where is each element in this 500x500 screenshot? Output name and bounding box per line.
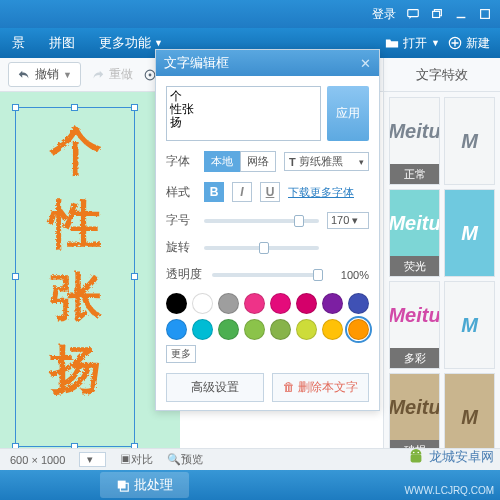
effect-thumbnail[interactable]: M <box>444 281 495 369</box>
color-swatch[interactable] <box>296 293 317 314</box>
effect-caption: 正常 <box>390 164 439 184</box>
open-button[interactable]: 打开▼ <box>385 35 440 52</box>
color-swatch[interactable] <box>166 293 187 314</box>
color-swatch[interactable] <box>296 319 317 340</box>
font-source-toggle[interactable]: 本地 网络 <box>204 151 276 172</box>
color-swatch[interactable] <box>166 319 187 340</box>
italic-button[interactable]: I <box>232 182 252 202</box>
watermark: 龙城安卓网 <box>407 448 494 466</box>
svg-rect-0 <box>408 10 419 17</box>
rotate-slider[interactable] <box>204 246 319 250</box>
color-swatch[interactable] <box>348 293 369 314</box>
color-swatch[interactable] <box>348 319 369 340</box>
login-link[interactable]: 登录 <box>372 6 396 23</box>
batch-process-button[interactable]: 批处理 <box>100 472 189 498</box>
text-content-input[interactable] <box>166 86 321 141</box>
size-value[interactable]: 170 ▾ <box>327 212 369 229</box>
text-effects-panel: 文字特效 Meitu正常MMeitu荧光MMeitu多彩MMeitu破损M <box>383 58 500 500</box>
size-label: 字号 <box>166 212 196 229</box>
resize-handle[interactable] <box>71 104 78 111</box>
tab-scene[interactable]: 景 <box>0 28 37 58</box>
zoom-dropdown[interactable]: ▾ <box>79 452 106 467</box>
resize-handle[interactable] <box>131 273 138 280</box>
color-swatch[interactable] <box>218 293 239 314</box>
window-restore-icon[interactable] <box>430 7 444 21</box>
new-button[interactable]: 新建 <box>448 35 490 52</box>
maximize-icon[interactable] <box>478 7 492 21</box>
font-network-tab[interactable]: 网络 <box>240 151 276 172</box>
color-palette: 更多 <box>166 293 369 363</box>
advanced-settings-button[interactable]: 高级设置 <box>166 373 264 402</box>
resize-handle[interactable] <box>131 104 138 111</box>
color-swatch[interactable] <box>244 293 265 314</box>
underline-button[interactable]: U <box>260 182 280 202</box>
stack-icon <box>116 478 130 492</box>
text-selection-box[interactable]: 个 性 张 扬 <box>15 107 135 447</box>
preview-button[interactable]: 🔍预览 <box>167 452 203 467</box>
title-bar: 登录 <box>0 0 500 28</box>
effect-thumbnail[interactable]: Meitu荧光 <box>389 189 440 277</box>
watermark-url: WWW.LCJRQ.COM <box>405 485 494 496</box>
color-swatch[interactable] <box>270 319 291 340</box>
canvas-text: 个 性 张 扬 <box>16 108 134 405</box>
opacity-slider[interactable] <box>212 273 323 277</box>
font-preview-icon: T <box>289 156 296 168</box>
effect-thumbnail[interactable]: M <box>444 189 495 277</box>
color-swatch[interactable] <box>322 319 343 340</box>
more-fonts-link[interactable]: 下载更多字体 <box>288 185 354 200</box>
opacity-value: 100% <box>331 269 369 281</box>
close-icon[interactable]: ✕ <box>360 56 371 71</box>
minimize-icon[interactable] <box>454 7 468 21</box>
effect-caption: 多彩 <box>390 348 439 368</box>
delete-text-button[interactable]: 🗑删除本文字 <box>272 373 370 402</box>
color-swatch[interactable] <box>218 319 239 340</box>
font-label: 字体 <box>166 153 196 170</box>
color-swatch[interactable] <box>244 319 265 340</box>
svg-point-6 <box>149 73 152 76</box>
rotate-label: 旋转 <box>166 239 196 256</box>
size-slider[interactable] <box>204 219 319 223</box>
bold-button[interactable]: B <box>204 182 224 202</box>
effect-preview: M <box>445 190 494 276</box>
effect-preview: M <box>445 282 494 368</box>
folder-icon <box>385 36 399 50</box>
chevron-down-icon: ▼ <box>63 70 72 80</box>
apply-button[interactable]: 应用 <box>327 86 369 141</box>
color-swatch[interactable] <box>192 319 213 340</box>
effect-preview: Meitu <box>390 282 439 348</box>
panel-title: 文字编辑框 <box>164 54 229 72</box>
text-editor-panel: 文字编辑框 ✕ 应用 字体 本地 网络 T 剪纸雅黑 ▾ 样式 B I U 下载… <box>155 49 380 411</box>
more-colors-button[interactable]: 更多 <box>166 345 196 363</box>
svg-rect-1 <box>433 11 440 17</box>
svg-rect-10 <box>411 454 422 462</box>
color-swatch[interactable] <box>270 293 291 314</box>
tab-collage[interactable]: 拼图 <box>37 28 87 58</box>
redo-button: 重做 <box>91 66 133 83</box>
effect-thumbnail[interactable]: M <box>444 97 495 185</box>
text-effects-title: 文字特效 <box>384 58 500 92</box>
undo-icon <box>17 68 31 82</box>
chevron-down-icon: ▼ <box>431 38 440 48</box>
effect-thumbnail[interactable]: Meitu多彩 <box>389 281 440 369</box>
font-local-tab[interactable]: 本地 <box>204 151 240 172</box>
font-select[interactable]: T 剪纸雅黑 ▾ <box>284 152 369 171</box>
effect-thumbnail[interactable]: Meitu正常 <box>389 97 440 185</box>
svg-point-12 <box>417 452 419 454</box>
chevron-down-icon: ▾ <box>359 157 364 167</box>
trash-icon: 🗑 <box>283 380 295 394</box>
svg-rect-3 <box>481 10 490 19</box>
canvas[interactable]: 个 性 张 扬 <box>0 92 180 472</box>
compare-button[interactable]: ▣对比 <box>120 452 153 467</box>
plus-circle-icon <box>448 36 462 50</box>
effect-preview: Meitu <box>390 98 439 164</box>
color-swatch[interactable] <box>322 293 343 314</box>
opacity-label: 透明度 <box>166 266 204 283</box>
resize-handle[interactable] <box>12 104 19 111</box>
chat-icon[interactable] <box>406 7 420 21</box>
undo-button[interactable]: 撤销 ▼ <box>8 62 81 87</box>
resize-handle[interactable] <box>12 273 19 280</box>
svg-rect-8 <box>118 481 126 489</box>
android-icon <box>407 448 425 466</box>
canvas-dimensions: 600 × 1000 <box>10 454 65 466</box>
color-swatch[interactable] <box>192 293 213 314</box>
